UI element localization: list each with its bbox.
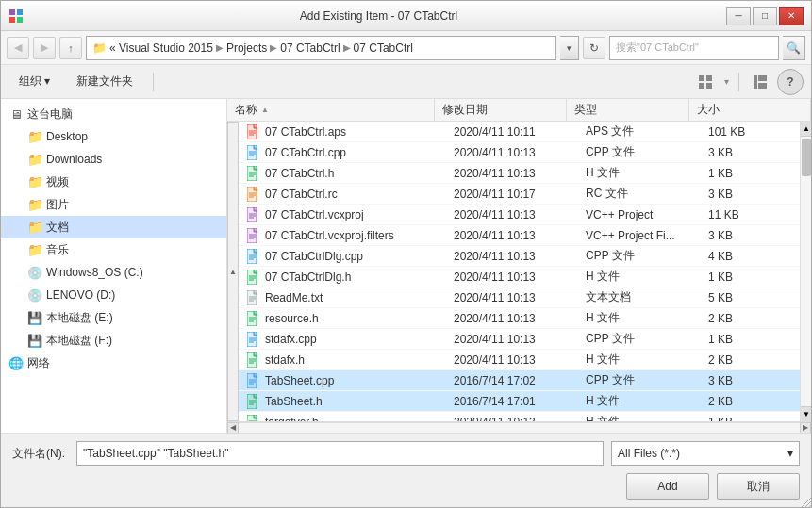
tree-label-this-pc: 这台电脑 (27, 107, 73, 123)
new-folder-button[interactable]: 新建文件夹 (66, 69, 143, 95)
tree-item-desktop[interactable]: 📁 Desktop (1, 125, 226, 148)
table-row[interactable]: 07 CTabCtrl.cpp 2020/4/11 10:13 CPP 文件 3… (239, 142, 800, 163)
cancel-button[interactable]: 取消 (717, 473, 800, 500)
organize-button[interactable]: 组织 ▾ (8, 69, 60, 95)
back-button[interactable]: ◀ (7, 37, 29, 59)
file-date: 2020/4/11 10:13 (454, 250, 536, 263)
file-name-cell: 07 CTabCtrl.vcxproj.filters (239, 225, 446, 245)
table-row[interactable]: 07 CTabCtrl.vcxproj 2020/4/11 10:13 VC++… (239, 205, 800, 225)
file-name-cell: resource.h (239, 308, 446, 328)
hscroll-track[interactable] (239, 422, 800, 434)
file-date-cell: 2020/4/11 10:13 (446, 287, 578, 307)
col-header-date[interactable]: 修改日期 (435, 99, 567, 121)
file-size: 1 KB (708, 167, 733, 180)
tree-label-network: 网络 (27, 355, 50, 371)
main-window: Add Existing Item - 07 CTabCtrl ─ □ ✕ ◀ … (0, 0, 812, 508)
table-row[interactable]: stdafx.cpp 2020/4/11 10:13 CPP 文件 1 KB (239, 329, 800, 350)
filename-label: 文件名(N): (12, 446, 69, 462)
tree-label-videos: 视频 (46, 174, 69, 190)
tree-item-local-e[interactable]: 💾 本地磁盘 (E:) (1, 306, 226, 329)
file-name: 07 CTabCtrl.h (265, 167, 334, 180)
file-type-cell: VC++ Project (578, 205, 701, 224)
file-date-cell: 2016/7/14 17:02 (446, 370, 578, 390)
table-row[interactable]: targetver.h 2020/4/11 10:13 H 文件 1 KB (239, 412, 800, 421)
table-row[interactable]: ReadMe.txt 2020/4/11 10:13 文本文档 5 KB (239, 287, 800, 308)
svg-rect-9 (758, 75, 767, 81)
minimize-button[interactable]: ─ (726, 7, 751, 25)
filename-input[interactable] (76, 441, 604, 466)
col-header-size[interactable]: 大小 (689, 99, 811, 121)
tree-item-this-pc[interactable]: 🖥 这台电脑 (1, 103, 226, 125)
vscroll-thumb[interactable] (802, 139, 811, 176)
file-list[interactable]: 07 CTabCtrl.aps 2020/4/11 10:11 APS 文件 1… (239, 122, 800, 421)
button-row: Add 取消 (12, 473, 800, 500)
forward-button[interactable]: ▶ (33, 37, 56, 59)
tree-label-local-f: 本地磁盘 (F:) (46, 333, 112, 349)
table-row[interactable]: 07 CTabCtrl.vcxproj.filters 2020/4/11 10… (239, 225, 800, 246)
file-icon (246, 394, 261, 409)
help-button[interactable]: ? (777, 69, 804, 95)
tree-item-music[interactable]: 📁 音乐 (1, 238, 226, 261)
tree-item-documents[interactable]: 📁 文档 (1, 216, 226, 238)
table-row[interactable]: 07 CTabCtrl.aps 2020/4/11 10:11 APS 文件 1… (239, 122, 800, 142)
hscroll-left-button[interactable]: ◀ (227, 422, 239, 434)
file-name-cell: 07 CTabCtrl.rc (239, 184, 446, 204)
up-button[interactable]: ↑ (59, 37, 82, 59)
file-size: 5 KB (708, 291, 733, 304)
filetype-dropdown[interactable]: All Files (*.*) ▾ (611, 441, 800, 466)
file-type: CPP 文件 (586, 331, 635, 347)
file-icon (246, 124, 261, 139)
table-row[interactable]: resource.h 2020/4/11 10:13 H 文件 2 KB (239, 308, 800, 329)
file-date: 2020/4/11 10:13 (454, 353, 536, 367)
sep2: ▶ (270, 42, 277, 53)
table-row[interactable]: TabSheet.h 2016/7/14 17:01 H 文件 2 KB (239, 391, 800, 412)
resize-grip[interactable] (801, 497, 812, 508)
filename-row: 文件名(N): All Files (*.*) ▾ (12, 441, 800, 466)
table-row[interactable]: 07 CTabCtrlDlg.cpp 2020/4/11 10:13 CPP 文… (239, 246, 800, 267)
maximize-button[interactable]: □ (753, 7, 777, 25)
table-row[interactable]: 07 CTabCtrl.h 2020/4/11 10:13 H 文件 1 KB (239, 163, 800, 184)
file-type: H 文件 (586, 269, 620, 285)
file-type-cell: H 文件 (578, 308, 701, 328)
search-button[interactable]: 🔍 (783, 36, 805, 60)
close-button[interactable]: ✕ (779, 7, 804, 25)
vscroll-up[interactable]: ▲ (801, 122, 811, 137)
file-type: 文本文档 (586, 289, 631, 305)
address-dropdown[interactable]: ▾ (560, 36, 579, 60)
tree-item-videos[interactable]: 📁 视频 (1, 171, 226, 193)
file-type-cell: RC 文件 (578, 184, 701, 204)
refresh-button[interactable]: ↻ (583, 37, 605, 59)
vertical-scrollbar[interactable]: ▲ ▼ (800, 122, 811, 421)
col-header-name[interactable]: 名称 ▲ (227, 99, 435, 121)
col-header-type[interactable]: 类型 (567, 99, 689, 121)
scroll-up-button[interactable]: ▲ (227, 122, 239, 421)
table-row[interactable]: 07 CTabCtrl.rc 2020/4/11 10:17 RC 文件 3 K… (239, 184, 800, 205)
tree-item-downloads[interactable]: 📁 Downloads (1, 148, 226, 171)
table-row[interactable]: 07 CTabCtrlDlg.h 2020/4/11 10:13 H 文件 1 … (239, 267, 800, 287)
file-name: 07 CTabCtrlDlg.cpp (265, 250, 363, 263)
scroll-area: ▲ 07 CTabCtrl.aps 2020/4/11 10:11 APS 文件… (227, 122, 811, 421)
search-box[interactable]: 搜索"07 CTabCtrl" (609, 36, 779, 60)
hscroll-right-button[interactable]: ▶ (800, 422, 811, 434)
file-icon (246, 290, 261, 305)
file-date-cell: 2020/4/11 10:13 (446, 329, 578, 349)
file-name-cell: 07 CTabCtrl.aps (239, 122, 446, 141)
vscroll-down[interactable]: ▼ (801, 406, 811, 421)
view-button[interactable] (692, 69, 719, 95)
file-size-cell: 1 KB (701, 163, 800, 183)
file-date: 2020/4/11 10:13 (454, 270, 536, 284)
add-button[interactable]: Add (626, 473, 709, 500)
tree-item-windows8[interactable]: 💿 Windows8_OS (C:) (1, 261, 226, 284)
table-row[interactable]: TabSheet.cpp 2016/7/14 17:02 CPP 文件 3 KB (239, 370, 800, 391)
tree-item-local-f[interactable]: 💾 本地磁盘 (F:) (1, 329, 226, 352)
address-box[interactable]: 📁 « Visual Studio 2015 ▶ Projects ▶ 07 C… (86, 36, 556, 60)
tree-item-pictures[interactable]: 📁 图片 (1, 193, 226, 216)
col-date-label: 修改日期 (442, 102, 488, 118)
panel-button[interactable] (747, 69, 773, 95)
file-type: CPP 文件 (586, 248, 635, 264)
file-size: 3 KB (708, 188, 733, 201)
svg-rect-3 (17, 17, 23, 23)
tree-item-lenovo[interactable]: 💿 LENOVO (D:) (1, 284, 226, 306)
table-row[interactable]: stdafx.h 2020/4/11 10:13 H 文件 2 KB (239, 350, 800, 370)
tree-item-network[interactable]: 🌐 网络 (1, 352, 226, 374)
